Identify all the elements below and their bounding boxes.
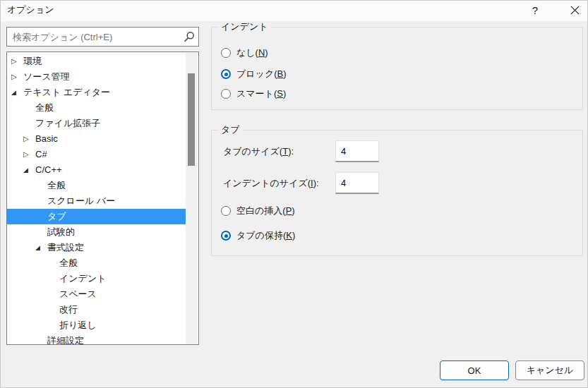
radio-button[interactable] bbox=[221, 48, 231, 58]
titlebar: オプション ? bbox=[1, 1, 587, 21]
options-tree: ▷環境▷ソース管理◢テキスト エディター全般ファイル拡張子▷Basic▷C#◢C… bbox=[6, 51, 199, 345]
tree-item-label: スペース bbox=[59, 286, 97, 302]
window-title: オプション bbox=[7, 4, 54, 16]
tree-item[interactable]: タブ bbox=[7, 209, 186, 224]
tree-item-label: 全般 bbox=[47, 178, 66, 193]
tree-item[interactable]: 折り返し bbox=[7, 317, 186, 333]
tree-item[interactable]: ◢テキスト エディター bbox=[7, 85, 186, 100]
expand-arrow-icon[interactable]: ▷ bbox=[11, 69, 23, 85]
tree-item[interactable]: 改行 bbox=[7, 302, 186, 317]
radio-option-block[interactable]: ブロック(B) bbox=[221, 67, 287, 81]
radio-option-block-label: ブロック(B) bbox=[236, 68, 287, 80]
radio-button[interactable] bbox=[221, 89, 231, 99]
tree-item-label: 環境 bbox=[23, 54, 42, 69]
options-dialog: オプション ? ▷環境▷ソース管理◢テキスト エディター全般ファイル拡張子▷Ba… bbox=[0, 0, 588, 388]
collapse-arrow-icon[interactable]: ◢ bbox=[35, 240, 47, 255]
tree-item-label: C# bbox=[35, 147, 47, 162]
tree-item-label: 詳細設定 bbox=[47, 333, 84, 345]
tree-item[interactable]: ◢書式設定 bbox=[7, 240, 186, 255]
radio-option-keep-tabs-label: タブの保持(K) bbox=[236, 229, 295, 242]
tree-item[interactable]: 試験的 bbox=[7, 224, 186, 240]
ok-button[interactable]: OK bbox=[440, 360, 509, 380]
indent-groupbox-title: インデント bbox=[218, 21, 271, 32]
help-button[interactable]: ? bbox=[526, 1, 544, 19]
tree-item-label: Basic bbox=[35, 131, 58, 147]
tree-item-label: 改行 bbox=[59, 302, 78, 317]
search-icon[interactable] bbox=[184, 31, 195, 42]
tree-item[interactable]: 全般 bbox=[7, 100, 186, 116]
tab-groupbox-title: タブ bbox=[218, 124, 243, 135]
tree-item[interactable]: ▷ソース管理 bbox=[7, 69, 186, 85]
radio-option-keep-tabs[interactable]: タブの保持(K) bbox=[221, 229, 295, 243]
tree-item[interactable]: ◢C/C++ bbox=[7, 162, 186, 178]
radio-button[interactable] bbox=[221, 69, 231, 79]
radio-option-smart-label: スマート(S) bbox=[236, 87, 286, 100]
tree-item[interactable]: インデント bbox=[7, 271, 186, 286]
scrollbar-thumb[interactable] bbox=[188, 73, 195, 166]
tree-item-label: 書式設定 bbox=[47, 240, 84, 255]
tree-item-label: タブ bbox=[47, 209, 66, 224]
tree-rows: ▷環境▷ソース管理◢テキスト エディター全般ファイル拡張子▷Basic▷C#◢C… bbox=[7, 54, 186, 345]
radio-option-insert-spaces-label: 空白の挿入(P) bbox=[236, 205, 295, 217]
radio-button[interactable] bbox=[221, 206, 231, 216]
radio-option-none-label: なし(N) bbox=[236, 47, 268, 59]
help-icon: ? bbox=[532, 4, 538, 16]
indent-size-input[interactable] bbox=[335, 172, 379, 194]
tree-item-label: 折り返し bbox=[59, 317, 97, 333]
tree-item[interactable]: ▷環境 bbox=[7, 54, 186, 69]
radio-option-smart[interactable]: スマート(S) bbox=[221, 87, 286, 101]
tree-item[interactable]: ▷Basic bbox=[7, 131, 186, 147]
expand-arrow-icon[interactable]: ▷ bbox=[11, 54, 23, 69]
expand-arrow-icon[interactable]: ▷ bbox=[23, 131, 35, 147]
close-button[interactable] bbox=[564, 1, 585, 19]
tree-item[interactable]: ファイル拡張子 bbox=[7, 116, 186, 131]
close-icon bbox=[570, 6, 580, 15]
tab-size-label: タブのサイズ(T): bbox=[223, 145, 294, 159]
tree-item[interactable]: スクロール バー bbox=[7, 193, 186, 209]
tree-item-label: ソース管理 bbox=[23, 69, 70, 85]
radio-option-none[interactable]: なし(N) bbox=[221, 46, 268, 60]
tree-scrollbar[interactable] bbox=[186, 53, 198, 345]
tab-size-input[interactable] bbox=[335, 140, 379, 162]
tree-item[interactable]: スペース bbox=[7, 286, 186, 302]
indent-size-label: インデントのサイズ(I): bbox=[223, 176, 319, 190]
ok-button-label: OK bbox=[468, 365, 481, 376]
tree-item-label: 全般 bbox=[59, 255, 78, 271]
tree-item-label: 試験的 bbox=[47, 224, 75, 240]
indent-groupbox: インデント なし(N) ブロック(B) スマート(S) bbox=[211, 27, 583, 110]
radio-button[interactable] bbox=[221, 231, 231, 241]
radio-option-insert-spaces[interactable]: 空白の挿入(P) bbox=[221, 204, 295, 218]
tree-item[interactable]: ▷C# bbox=[7, 147, 186, 162]
expand-arrow-icon[interactable]: ▷ bbox=[23, 147, 35, 162]
cancel-button-label: キャンセル bbox=[527, 364, 574, 377]
tree-item-label: インデント bbox=[59, 271, 107, 286]
tab-groupbox: タブ タブのサイズ(T): インデントのサイズ(I): 空白の挿入(P) タブの… bbox=[211, 130, 583, 256]
tree-item-label: ファイル拡張子 bbox=[35, 116, 100, 131]
tree-item[interactable]: 全般 bbox=[7, 255, 186, 271]
search-input[interactable] bbox=[7, 28, 182, 46]
tree-item-label: 全般 bbox=[35, 100, 54, 116]
tree-item[interactable]: 詳細設定 bbox=[7, 333, 186, 345]
tree-item-label: テキスト エディター bbox=[23, 85, 110, 100]
collapse-arrow-icon[interactable]: ◢ bbox=[11, 85, 23, 100]
tree-item[interactable]: 全般 bbox=[7, 178, 186, 193]
tree-item-label: スクロール バー bbox=[47, 193, 115, 209]
cancel-button[interactable]: キャンセル bbox=[515, 360, 584, 380]
collapse-arrow-icon[interactable]: ◢ bbox=[23, 162, 35, 178]
search-box bbox=[6, 27, 199, 47]
tree-item-label: C/C++ bbox=[35, 162, 62, 178]
